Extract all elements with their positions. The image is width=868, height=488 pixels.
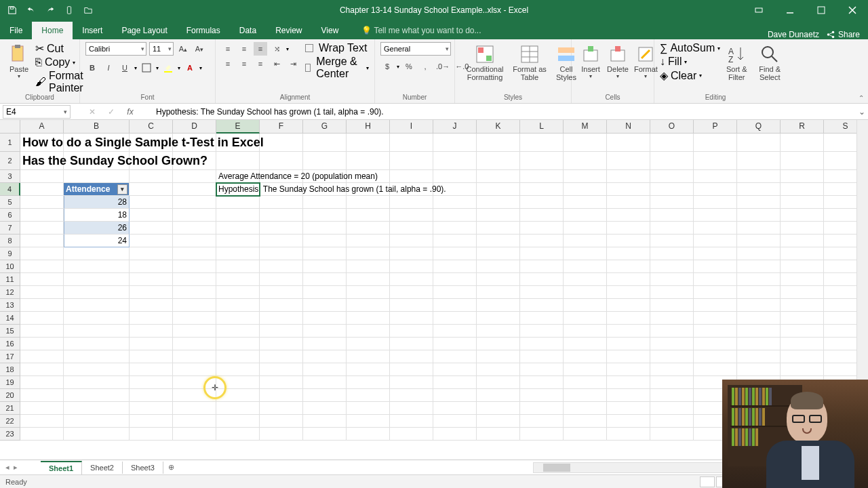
cell-K12[interactable] <box>477 286 520 299</box>
cell-L3[interactable] <box>520 170 564 183</box>
cell-L11[interactable] <box>520 273 564 286</box>
cell-A13[interactable] <box>20 299 64 312</box>
cell-F15[interactable] <box>260 325 303 338</box>
cell-F14[interactable] <box>260 312 303 325</box>
cell-E14[interactable] <box>216 312 260 325</box>
row-header-12[interactable]: 12 <box>0 286 20 299</box>
cell-M6[interactable] <box>564 209 607 222</box>
cell-M4[interactable] <box>564 183 607 196</box>
cell-B18[interactable] <box>64 363 130 376</box>
cell-K20[interactable] <box>477 389 520 402</box>
cell-A23[interactable] <box>20 428 64 441</box>
cell-K11[interactable] <box>477 273 520 286</box>
format-as-table-button[interactable]: Format as Table <box>509 42 550 83</box>
cell-N13[interactable] <box>607 299 650 312</box>
align-right-icon[interactable]: ≡ <box>254 57 267 70</box>
cell-E21[interactable] <box>216 402 260 415</box>
copy-button[interactable]: ⎘ Copy▾ <box>35 56 83 68</box>
cell-B8[interactable]: 24 <box>64 235 130 247</box>
font-size-combo[interactable]: 11 <box>149 42 174 56</box>
cell-Q6[interactable] <box>737 209 781 222</box>
cell-C5[interactable] <box>130 196 173 209</box>
cell-R10[interactable] <box>781 260 824 273</box>
cell-F16[interactable] <box>260 338 303 350</box>
cell-P2[interactable] <box>694 152 737 170</box>
cell-R15[interactable] <box>781 325 824 338</box>
cell-E6[interactable] <box>216 209 260 222</box>
cell-E9[interactable] <box>216 247 260 260</box>
cell-D10[interactable] <box>173 260 216 273</box>
cell-G7[interactable] <box>303 222 347 235</box>
cell-E22[interactable] <box>216 415 260 428</box>
column-header-K[interactable]: K <box>477 120 520 134</box>
cell-R7[interactable] <box>781 222 824 235</box>
cell-G22[interactable] <box>303 415 347 428</box>
cell-L21[interactable] <box>520 402 564 415</box>
cell-M1[interactable] <box>564 134 607 152</box>
cell-H10[interactable] <box>347 260 390 273</box>
cell-A4[interactable] <box>20 183 64 196</box>
cell-B3[interactable] <box>64 170 130 183</box>
row-header-1[interactable]: 1 <box>0 134 20 152</box>
cell-I8[interactable] <box>390 235 433 247</box>
cell-E16[interactable] <box>216 338 260 350</box>
cell-J22[interactable] <box>433 415 477 428</box>
cell-M8[interactable] <box>564 235 607 247</box>
cell-O11[interactable] <box>650 273 694 286</box>
cell-G2[interactable] <box>303 152 347 170</box>
cell-H14[interactable] <box>347 312 390 325</box>
wrap-text-button[interactable]: Wrap Text <box>305 42 369 54</box>
maximize-button[interactable] <box>806 0 837 20</box>
row-header-17[interactable]: 17 <box>0 350 20 363</box>
cell-N1[interactable] <box>607 134 650 152</box>
cell-J15[interactable] <box>433 325 477 338</box>
cell-H12[interactable] <box>347 286 390 299</box>
cell-G21[interactable] <box>303 402 347 415</box>
cell-J21[interactable] <box>433 402 477 415</box>
row-header-18[interactable]: 18 <box>0 363 20 376</box>
cell-H8[interactable] <box>347 235 390 247</box>
enter-formula-icon[interactable]: ✓ <box>108 107 115 117</box>
cell-B9[interactable] <box>64 247 130 260</box>
cell-L6[interactable] <box>520 209 564 222</box>
fill-button[interactable]: ↓ Fill ▾ <box>660 56 720 68</box>
cell-R14[interactable] <box>781 312 824 325</box>
save-icon[interactable] <box>7 5 18 16</box>
row-header-5[interactable]: 5 <box>0 196 20 209</box>
cell-M7[interactable] <box>564 222 607 235</box>
cell-F12[interactable] <box>260 286 303 299</box>
cell-R4[interactable] <box>781 183 824 196</box>
row-header-21[interactable]: 21 <box>0 402 20 415</box>
cell-M3[interactable] <box>564 170 607 183</box>
cell-D4[interactable] <box>173 183 216 196</box>
align-bottom-icon[interactable]: ≡ <box>254 42 267 56</box>
cell-F2[interactable] <box>260 152 303 170</box>
cell-C19[interactable] <box>130 376 173 389</box>
cell-H18[interactable] <box>347 363 390 376</box>
tab-file[interactable]: File <box>0 22 32 39</box>
cell-Q3[interactable] <box>737 170 781 183</box>
cell-B19[interactable] <box>64 376 130 389</box>
cell-K7[interactable] <box>477 222 520 235</box>
cell-E4[interactable]: Hypothesis: The Sunday School has grown … <box>216 183 260 196</box>
cell-E2[interactable] <box>216 152 260 170</box>
cell-O16[interactable] <box>650 338 694 350</box>
cell-K5[interactable] <box>477 196 520 209</box>
name-box[interactable]: E4▾ <box>3 105 71 119</box>
cell-K1[interactable] <box>477 134 520 152</box>
collapse-ribbon-icon[interactable]: ⌃ <box>859 94 864 102</box>
cell-Q2[interactable] <box>737 152 781 170</box>
cell-B16[interactable] <box>64 338 130 350</box>
cell-C9[interactable] <box>130 247 173 260</box>
cell-R1[interactable] <box>781 134 824 152</box>
cell-J13[interactable] <box>433 299 477 312</box>
cell-Q11[interactable] <box>737 273 781 286</box>
select-all-button[interactable] <box>0 120 20 134</box>
cell-E7[interactable] <box>216 222 260 235</box>
cell-P4[interactable] <box>694 183 737 196</box>
cell-E18[interactable] <box>216 363 260 376</box>
cell-M13[interactable] <box>564 299 607 312</box>
cell-F17[interactable] <box>260 350 303 363</box>
cell-N8[interactable] <box>607 235 650 247</box>
cell-K6[interactable] <box>477 209 520 222</box>
